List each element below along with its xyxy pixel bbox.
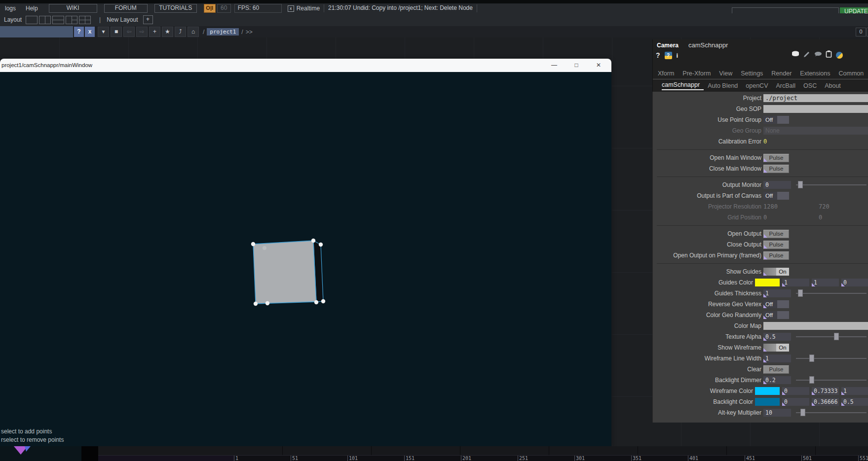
close-button[interactable]: ✕ [591,59,606,72]
slider-track[interactable] [796,336,867,337]
slider-handle[interactable] [798,289,803,297]
tab-pre-xform[interactable]: Pre-Xform [682,70,711,77]
pathbar-counter[interactable]: 0 [856,28,866,36]
tab-extensions[interactable]: Extensions [800,70,830,77]
subtab-arcball[interactable]: ArcBall [776,82,795,89]
slider-handle[interactable] [809,376,814,384]
operator-name[interactable]: camSchnappr [688,41,728,49]
slider-track[interactable] [796,380,867,381]
slider-track[interactable] [796,358,867,359]
slider-track[interactable] [796,184,867,185]
toggle-knob[interactable] [777,311,789,319]
timeline-band[interactable] [98,446,868,456]
layout-preset-5[interactable] [79,16,91,24]
help-icon[interactable]: ? [656,51,660,59]
pencil-icon[interactable] [803,51,810,60]
bookmark-star-icon[interactable]: ★ [162,27,173,37]
toggle-knob[interactable] [777,300,789,308]
pulse-button[interactable]: Pulse [763,165,789,173]
fps-readout[interactable]: FPS: 60 [234,4,282,13]
tutorials-button[interactable]: TUTORIALS [154,4,197,13]
slider-track[interactable] [796,293,867,294]
toggle-off[interactable]: Off [763,300,789,308]
comment-icon[interactable] [814,51,822,60]
layout-preset-3[interactable] [52,16,64,24]
main-window[interactable]: project1/camSchnappr/mainWindow — □ ✕ se… [0,59,611,446]
viewport-canvas[interactable]: select to add points rselect to remove p… [0,72,611,446]
add-icon[interactable]: + [149,27,160,37]
subtab-camschnappr[interactable]: camSchnappr [662,81,704,90]
tab-settings[interactable]: Settings [741,70,763,77]
tab-view[interactable]: View [719,70,732,77]
subtab-osc[interactable]: OSC [803,82,817,89]
color-component-r[interactable]: 1 [782,279,809,286]
menu-item-help[interactable]: Help [21,5,43,12]
layers-icon[interactable] [792,51,799,60]
number-field[interactable]: 1 [763,355,791,362]
number-field[interactable]: 1 [763,289,791,297]
pane-close-button[interactable]: x [85,27,95,37]
toggle-knob[interactable] [777,192,789,200]
pulse-button[interactable]: Pulse [763,230,789,238]
clipboard-icon[interactable] [826,50,832,60]
layout-preset-1[interactable] [26,16,38,24]
param-text-field[interactable] [763,105,868,113]
slider-handle[interactable] [798,181,803,188]
color-component-r[interactable]: 0 [782,398,809,406]
pulse-button[interactable]: Pulse [763,365,789,374]
pane-header-block[interactable] [0,26,73,37]
python-icon[interactable] [836,52,843,59]
color-component-r[interactable]: 0 [782,387,809,395]
toggle-off[interactable]: Off [763,116,789,124]
subtab-about[interactable]: About [825,82,841,89]
layout-preset-2[interactable] [39,16,51,24]
home-icon[interactable]: ⌂ [188,27,199,37]
color-component-g[interactable]: 0.73333 [812,387,839,395]
slider-handle[interactable] [809,355,814,362]
number-field[interactable]: 10 [763,409,791,417]
timeline-ruler[interactable]: 151101151201251301351401451501551 [98,455,868,461]
viewer-square-icon[interactable]: ■ [111,27,122,37]
number-field[interactable]: 0.5 [763,333,791,341]
wiki-button[interactable]: WIKI [49,4,97,13]
oi-toggle-button[interactable]: O|I [204,4,216,13]
color-component-b[interactable]: 1 [841,387,868,395]
subtab-opencv[interactable]: openCV [746,82,768,89]
toggle-knob[interactable] [777,116,789,124]
dropdown-arrow-icon[interactable]: ▾ [98,27,109,37]
slider-handle[interactable] [834,333,839,340]
color-swatch[interactable] [755,279,780,286]
slider-handle[interactable] [800,409,805,416]
forum-button[interactable]: FORUM [104,4,148,13]
color-swatch[interactable] [755,398,780,406]
jump-up-icon[interactable]: ⤴ [175,27,186,37]
number-field[interactable]: 0 [763,181,791,189]
layout-preset-4[interactable] [66,16,77,24]
color-component-g[interactable]: 1 [812,279,839,286]
pulse-button[interactable]: Pulse [763,241,789,249]
forward-arrow-icon[interactable]: ⇨ [136,27,148,37]
tab-common[interactable]: Common [839,70,864,77]
path-current-chip[interactable]: project1 [207,28,239,35]
pulse-button[interactable]: Pulse [763,154,789,162]
param-text-field[interactable]: ./project [763,94,868,102]
color-component-b[interactable]: 0.5 [841,398,868,406]
tab-render[interactable]: Render [771,70,792,77]
back-arrow-icon[interactable]: ⇦ [123,27,135,37]
add-layout-button[interactable]: + [143,15,153,24]
pane-help-button[interactable]: ? [74,27,84,37]
color-swatch[interactable] [755,387,780,395]
color-component-g[interactable]: 0.36666 [812,398,839,406]
slider-track[interactable] [796,412,867,413]
toggle-on[interactable]: On [763,268,789,276]
toggle-ramp[interactable] [763,268,776,276]
number-field[interactable]: 0.2 [763,376,791,384]
toggle-off[interactable]: Off [763,311,789,319]
path-expand-button[interactable]: >> [246,29,253,35]
pulse-button[interactable]: Pulse [763,251,789,260]
python-help-icon[interactable]: ? [665,52,672,59]
toggle-ramp[interactable] [763,344,776,352]
menu-item-dialogs[interactable]: logs [0,5,21,12]
minimize-button[interactable]: — [547,59,562,72]
param-text-field[interactable] [763,322,868,330]
